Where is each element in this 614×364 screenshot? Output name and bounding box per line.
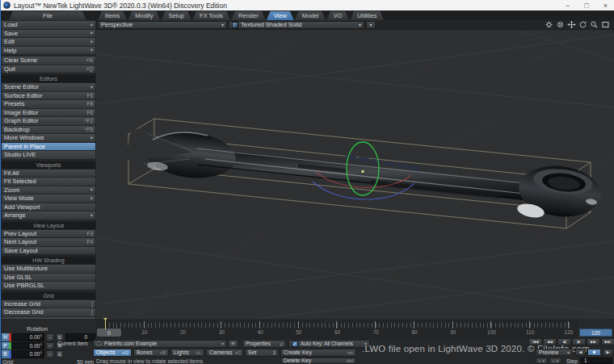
sidebar-item-fit-selected[interactable]: Fit Selected (2, 178, 95, 186)
autokey-dropdown[interactable]: ✓ Auto Key: All Channels ▾ (288, 340, 370, 348)
sidebar-item-increase-grid[interactable]: Increase Grid] (2, 300, 95, 308)
create-key-button[interactable]: Create Keyret (280, 349, 356, 357)
sidebar-item-decrease-grid[interactable]: Decrease Grid[ (2, 308, 95, 316)
playhead-line[interactable] (105, 319, 106, 329)
pitch-value-field[interactable]: 0.00° (11, 342, 44, 350)
tab-modify[interactable]: Modify (128, 11, 160, 20)
shortcut-label: p (278, 341, 283, 346)
end-frame-field[interactable]: 120 (579, 328, 612, 337)
tab-utilities[interactable]: Utilities (350, 11, 384, 20)
prev-key-mode-dropdown[interactable]: ‹▾ (536, 358, 548, 364)
sidebar-item-edit[interactable]: Edit▾ (2, 38, 95, 46)
sidebar-item-next-layout[interactable]: Next LayoutF4 (2, 238, 95, 246)
next-key-button[interactable]: ▶▶ (587, 338, 600, 345)
stop-button[interactable]: ■ (587, 349, 601, 357)
pitch-badge[interactable]: P (2, 342, 9, 350)
rotate-icon[interactable] (578, 21, 587, 28)
sidebar-item-clear-scene[interactable]: Clear Scene+N (2, 56, 95, 65)
sidebar-item-save[interactable]: Save▾ (2, 30, 95, 38)
timeline-grip[interactable]: ······· (324, 318, 341, 323)
play-reverse-button[interactable]: ◀ (575, 349, 586, 357)
step-field[interactable]: 1 (580, 358, 612, 364)
timeline-ruler[interactable]: 10 20 30 40 50 60 70 80 90 100 110 120 0… (96, 320, 578, 339)
go-to-start-button[interactable]: |◀◀ (528, 338, 542, 345)
viewport-canvas[interactable]: Discovery Discovery Discovery Discovery … (96, 30, 614, 319)
sidebar-item-use-multitexture[interactable]: Use Multitexture (2, 265, 95, 273)
sidebar-item-view-mode[interactable]: View Mode▾ (2, 195, 95, 203)
sidebar-item-arrange[interactable]: Arrange▾ (2, 211, 95, 220)
tick-label: 90 (450, 329, 456, 335)
autokey-checkbox[interactable]: ✓ (292, 341, 298, 347)
shading-mode-dropdown[interactable]: Textured Shaded Solid ▾ (229, 21, 364, 29)
tab-model[interactable]: Model (295, 11, 326, 20)
sidebar-item-parent-in-place[interactable]: Parent in Place (2, 143, 95, 151)
sidebar-item-prev-layout[interactable]: Prev LayoutF3 (2, 230, 95, 238)
sidebar-item-use-pbrglsl[interactable]: Use PBRGLSL (2, 282, 95, 290)
chevron-down-icon: ▾ (369, 22, 372, 27)
current-item-dropdown[interactable]: FileInfo.com Example ▾ (93, 340, 227, 348)
sidebar-item-save-layout[interactable]: Save Layout (2, 247, 95, 255)
sidebar-item-studio-live[interactable]: Studio LIVE (2, 151, 95, 159)
heading-badge[interactable]: H (2, 333, 9, 341)
bank-value-field[interactable]: 0.00° (11, 350, 44, 358)
tab-view[interactable]: View (267, 11, 294, 20)
next-key-mode-dropdown[interactable]: ›▾ (549, 358, 561, 364)
tick-label: 30 (219, 329, 225, 335)
preview-dropdown[interactable]: Preview ▾ (536, 349, 573, 357)
sidebar-item-zoom[interactable]: Zoom▾ (2, 186, 95, 195)
tab-file[interactable]: File (9, 11, 86, 20)
lights-button[interactable]: Lights+L (170, 349, 204, 357)
cameras-button[interactable]: Cameras+C (206, 349, 243, 357)
sidebar-header-viewports: Viewports (2, 161, 95, 169)
view-type-dropdown[interactable]: Perspective ▾ (98, 21, 227, 29)
chevron-down-icon: ▾ (90, 195, 93, 202)
sidebar-item-help[interactable]: Help▾ (2, 47, 95, 55)
bones-button[interactable]: Bones+B (133, 349, 169, 357)
sidebar-item-backdrop[interactable]: Backdrop^F5 (2, 126, 95, 134)
close-button[interactable]: × (603, 2, 608, 10)
minislider-icon[interactable]: ↔ (46, 333, 54, 341)
envelope-button[interactable]: E (56, 350, 64, 358)
tab-io[interactable]: I/O (326, 11, 349, 20)
bottom-panel: 10 20 30 40 50 60 70 80 90 100 110 120 0… (1, 319, 614, 364)
sidebar-item-image-editor[interactable]: Image EditorF6 (2, 109, 95, 117)
sidebar-item-graph-editor[interactable]: Graph Editor^F2 (2, 117, 95, 125)
tab-render[interactable]: Render (231, 11, 266, 20)
maximize-viewport-icon[interactable] (601, 21, 610, 28)
prev-key-button[interactable]: ◀◀ (543, 338, 557, 345)
center-item-icon[interactable] (556, 21, 565, 28)
play-forward-button[interactable]: ▶ (603, 349, 613, 357)
tab-fx-tools[interactable]: FX Tools (192, 11, 230, 20)
bank-badge[interactable]: B (2, 350, 9, 358)
frame-slider-handle[interactable]: 0 (97, 328, 121, 337)
pan-move-icon[interactable] (567, 21, 576, 28)
minislider-icon[interactable]: ↔ (46, 342, 54, 350)
sidebar-item-fit-all[interactable]: Fit All (2, 169, 95, 178)
sidebar-item-quit[interactable]: Quit+Q (2, 65, 95, 73)
item-list-button[interactable] (228, 340, 238, 348)
next-frame-button[interactable]: |▶ (572, 338, 586, 345)
gear-icon[interactable] (545, 21, 553, 28)
heading-value-field[interactable]: 0.00° (11, 333, 44, 341)
sidebar-item-surface-editor[interactable]: Surface EditorF5 (2, 92, 95, 100)
tab-items[interactable]: Items (98, 11, 127, 20)
viewport-options-dropdown[interactable]: ▾ (366, 21, 376, 29)
set-field[interactable]: Set1 (245, 349, 279, 357)
sidebar-item-load[interactable]: Load▾ (2, 21, 95, 29)
prev-frame-button[interactable]: ◀| (557, 338, 571, 345)
sidebar-item-more-windows[interactable]: More Windows▾ (2, 134, 95, 142)
go-to-end-button[interactable]: ▶▶| (601, 338, 614, 345)
sidebar-item-presets[interactable]: PresetsF8 (2, 100, 95, 108)
zoom-icon[interactable] (590, 21, 599, 28)
sidebar-item-scene-editor[interactable]: Scene Editor▾ (2, 83, 95, 91)
sidebar-item-add-viewport[interactable]: Add Viewport (2, 203, 95, 211)
minislider-icon[interactable]: ↔ (46, 350, 54, 358)
maximize-button[interactable]: □ (584, 2, 588, 10)
delete-key-button[interactable]: Delete Keydel (280, 358, 356, 364)
properties-button[interactable]: Properties p (242, 340, 286, 348)
sidebar-item-use-glsl[interactable]: Use GLSL (2, 274, 95, 282)
minimize-button[interactable]: − (566, 2, 570, 10)
lightwave-layout-window: Layout™ NewTek LightWave 3D® 2020.0.3 (W… (0, 0, 614, 364)
objects-button[interactable]: Objects+O (93, 349, 132, 357)
tab-setup[interactable]: Setup (161, 11, 191, 20)
